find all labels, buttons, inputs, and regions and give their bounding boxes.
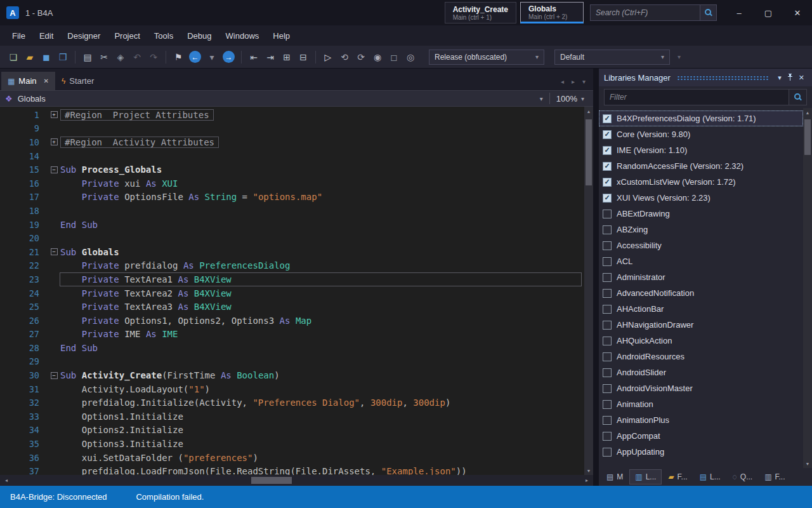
library-checkbox[interactable] <box>603 257 612 266</box>
library-item[interactable]: ABZxing <box>599 222 803 237</box>
code-line-15[interactable]: 15−Sub Process_Globals <box>0 163 584 177</box>
files-tab[interactable]: ▰F... <box>663 470 692 484</box>
quick-search-tab[interactable]: ◌Q... <box>728 470 757 484</box>
code-line-16[interactable]: 16 Private xui As XUI <box>0 177 584 190</box>
redo-icon[interactable]: ↷ <box>146 50 161 65</box>
scroll-left-icon[interactable]: ◂ <box>1 478 11 483</box>
library-item[interactable]: ✓Core (Version: 9.80) <box>599 126 803 142</box>
editor-tab-starter[interactable]: ϟStarter <box>55 72 100 90</box>
tab-list-dropdown-icon[interactable]: ▾ <box>582 78 586 85</box>
code-line-35[interactable]: 35 Options3.Initialize <box>0 437 584 451</box>
zoom-dropdown-icon[interactable]: ▾ <box>577 95 588 102</box>
library-item[interactable]: Animation <box>599 396 803 412</box>
code-line-30[interactable]: 30−Sub Activity_Create(FirstTime As Bool… <box>0 368 584 382</box>
code-line-33[interactable]: 33 Options1.Initialize <box>0 410 584 424</box>
editor-vertical-scrollbar[interactable]: ▲ ▼ <box>584 107 593 475</box>
code-line-22[interactable]: 22 Private prefdialog As PreferencesDial… <box>0 259 584 273</box>
hscroll-track[interactable] <box>11 475 582 486</box>
library-checkbox[interactable] <box>603 416 612 425</box>
editor-tab-main[interactable]: ▦Main✕ <box>1 72 55 90</box>
save-all-icon[interactable]: ❒ <box>55 50 70 65</box>
maximize-button[interactable]: ▢ <box>754 0 783 25</box>
library-item[interactable]: Administrator <box>599 269 803 285</box>
library-checkbox[interactable]: ✓ <box>603 162 612 171</box>
library-item[interactable]: ✓IME (Version: 1.10) <box>599 142 803 158</box>
uncomment-icon[interactable]: ⇥ <box>263 50 278 65</box>
library-checkbox[interactable]: ✓ <box>603 194 612 203</box>
library-item[interactable]: ✓RandomAccessFile (Version: 2.32) <box>599 158 803 174</box>
undo-icon[interactable]: ↶ <box>129 50 145 65</box>
library-checkbox[interactable] <box>603 273 612 282</box>
code-line-1[interactable]: 1+#Region Project Attributes <box>0 108 584 122</box>
close-panel-icon[interactable]: ✕ <box>796 74 807 82</box>
chevron-down-icon[interactable]: ▾ <box>775 74 784 82</box>
toolbar-overflow-icon[interactable]: ▾ <box>678 53 681 60</box>
compile-debug-icon[interactable]: ⟲ <box>337 50 352 65</box>
code-line-9[interactable]: 9 <box>0 122 584 136</box>
code-editor[interactable]: 1+#Region Project Attributes910+#Region … <box>0 107 584 475</box>
libraries-scrollbar-thumb[interactable] <box>804 119 811 155</box>
filter-search-button[interactable] <box>789 90 806 105</box>
code-line-27[interactable]: 27 Private IME As IME <box>0 328 584 342</box>
code-line-24[interactable]: 24 Private TextArea2 As B4XView <box>0 286 584 300</box>
new-module-icon[interactable]: ❏ <box>6 50 21 65</box>
libraries-vertical-scrollbar[interactable]: ▲ ▼ <box>803 108 812 468</box>
run-icon[interactable]: ▷ <box>320 50 336 65</box>
library-item[interactable]: AnimationPlus <box>599 412 803 428</box>
copy-icon[interactable]: ▤ <box>80 50 95 65</box>
library-item[interactable]: AppCompat <box>599 428 803 444</box>
minimize-button[interactable]: – <box>724 0 754 25</box>
scroll-right-icon[interactable]: ▸ <box>582 478 592 483</box>
zoom-selector[interactable]: 100% <box>553 94 577 104</box>
library-checkbox[interactable] <box>603 448 612 457</box>
library-checkbox[interactable] <box>603 210 612 218</box>
back-history-icon[interactable]: ▾ <box>204 50 219 65</box>
editor-scrollbar-thumb[interactable] <box>586 119 592 185</box>
library-checkbox[interactable] <box>603 400 612 409</box>
library-checkbox[interactable]: ✓ <box>603 114 612 123</box>
library-checkbox[interactable] <box>603 352 612 361</box>
tab-scroll-right-icon[interactable]: ▸ <box>572 78 575 85</box>
library-checkbox[interactable] <box>603 321 612 330</box>
search-button[interactable] <box>700 5 716 20</box>
library-item[interactable]: AHActionBar <box>599 301 803 317</box>
libraries-tab[interactable]: ▥L... <box>630 470 661 484</box>
code-line-37[interactable]: 37 prefdialog.LoadFromJson(File.ReadStri… <box>0 464 584 475</box>
cut-icon[interactable]: ✂ <box>96 50 112 65</box>
comment-icon[interactable]: ⇤ <box>246 50 261 65</box>
library-item[interactable]: ACL <box>599 253 803 269</box>
code-line-32[interactable]: 32 prefdialog.Initialize(Activity, "Pref… <box>0 396 584 410</box>
logs-tab[interactable]: ▤L... <box>695 470 726 484</box>
scope-dropdown-icon[interactable]: ▾ <box>536 95 547 102</box>
menu-edit[interactable]: Edit <box>32 27 60 44</box>
panel-splitter[interactable] <box>593 69 599 486</box>
menu-designer[interactable]: Designer <box>60 27 107 44</box>
library-item[interactable]: ✓B4XPreferencesDialog (Version: 1.71) <box>599 110 803 126</box>
editor-horizontal-scrollbar[interactable]: ◂ ▸ <box>0 475 593 486</box>
expand-region-icon[interactable]: + <box>51 138 58 145</box>
layout-variant-select[interactable]: Default ▾ <box>554 50 670 65</box>
menu-tools[interactable]: Tools <box>147 27 180 44</box>
menu-help[interactable]: Help <box>266 27 297 44</box>
library-item[interactable]: AndroidResources <box>599 349 803 364</box>
compile-release-icon[interactable]: ⟳ <box>353 50 369 65</box>
code-line-28[interactable]: 28End Sub <box>0 341 584 355</box>
collapsed-region[interactable]: #Region Project Attributes <box>60 109 214 121</box>
menu-debug[interactable]: Debug <box>180 27 218 44</box>
navigate-back-icon[interactable]: ← <box>189 51 201 63</box>
library-checkbox[interactable]: ✓ <box>603 178 612 187</box>
tab-scroll-left-icon[interactable]: ◂ <box>561 78 564 85</box>
library-item[interactable]: AdvancedNotification <box>599 285 803 301</box>
library-item[interactable]: ABExtDrawing <box>599 206 803 222</box>
panel-grip[interactable] <box>677 75 769 81</box>
library-checkbox[interactable] <box>603 432 612 441</box>
close-tab-icon[interactable]: ✕ <box>44 77 49 84</box>
library-item[interactable]: ✓XUI Views (Version: 2.23) <box>599 190 803 206</box>
scroll-down-icon[interactable]: ▼ <box>806 459 810 468</box>
hscroll-thumb[interactable] <box>251 477 292 484</box>
quick-tab-globals[interactable]: GlobalsMain (ctrl + 2) <box>520 2 584 23</box>
close-button[interactable]: ✕ <box>783 0 812 25</box>
code-line-23[interactable]: 23 Private TextArea1 As B4XView <box>0 272 584 286</box>
library-checkbox[interactable] <box>603 337 612 345</box>
find-tab[interactable]: ▥F... <box>759 470 790 484</box>
